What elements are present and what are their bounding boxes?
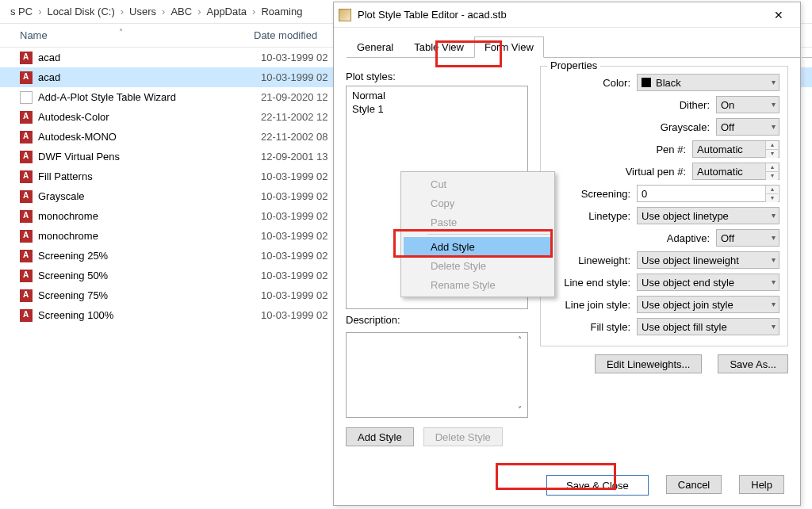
dither-combo[interactable]: On▾ <box>716 96 779 113</box>
tab-general[interactable]: General <box>347 36 404 58</box>
plot-style-file-icon <box>20 190 33 203</box>
adaptive-label: Adaptive: <box>549 232 716 244</box>
file-date: 12-09-2001 13 <box>261 151 328 163</box>
tab-form-view[interactable]: Form View <box>474 36 544 58</box>
ctx-rename-style: Rename Style <box>404 275 552 294</box>
vpen-spinner[interactable]: Automatic▴▾ <box>692 163 779 180</box>
wizard-icon <box>20 91 33 104</box>
endstyle-value: Use object end style <box>642 277 734 289</box>
save-as-button[interactable]: Save As... <box>718 354 788 373</box>
save-close-button[interactable]: Save & Close <box>546 475 649 496</box>
crumb[interactable]: s PC <box>8 6 35 17</box>
tab-table-view[interactable]: Table View <box>404 36 474 58</box>
column-header-name[interactable]: Name ˄ <box>0 29 254 41</box>
adaptive-combo[interactable]: Off▾ <box>716 229 779 247</box>
file-name: Autodesk-MONO <box>38 131 261 143</box>
chevron-right-icon: › <box>249 6 259 17</box>
chevron-down-icon: ▾ <box>772 100 776 109</box>
properties-pane: Properties Color: Black▾ Dither: On▾ Gra… <box>540 66 788 446</box>
spin-up-icon[interactable]: ▴ <box>765 186 778 193</box>
screening-spinner[interactable]: 0▴▾ <box>637 185 779 202</box>
endstyle-combo[interactable]: Use object end style▾ <box>637 274 779 291</box>
close-icon[interactable]: ✕ <box>762 4 795 26</box>
crumb[interactable]: ABC <box>168 6 194 17</box>
adaptive-value: Off <box>721 232 734 244</box>
plot-style-file-icon <box>20 52 33 64</box>
chevron-right-icon: › <box>159 6 168 17</box>
sort-ascending-icon: ˄ <box>119 28 123 36</box>
vpen-label: Virtual pen #: <box>549 166 692 178</box>
lineweight-value: Use object lineweight <box>642 254 739 266</box>
grayscale-combo[interactable]: Off▾ <box>716 118 779 136</box>
crumb[interactable]: Roaming <box>259 6 304 17</box>
properties-group-title: Properties <box>547 59 600 71</box>
black-swatch-icon <box>642 78 651 87</box>
file-date: 10-03-1999 02 <box>261 170 328 182</box>
screening-value: 0 <box>642 188 647 200</box>
help-button[interactable]: Help <box>739 475 784 494</box>
edit-lineweights-button[interactable]: Edit Lineweights... <box>595 354 703 373</box>
linetype-value: Use object linetype <box>642 210 729 222</box>
chevron-down-icon: ▾ <box>772 300 776 308</box>
plot-style-item[interactable]: Normal <box>350 89 523 102</box>
crumb[interactable]: Users <box>127 6 159 17</box>
linetype-combo[interactable]: Use object linetype▾ <box>637 207 779 224</box>
ctx-add-style[interactable]: Add Style <box>404 237 552 256</box>
chevron-down-icon: ▾ <box>772 78 776 86</box>
fillstyle-combo[interactable]: Use object fill style▾ <box>637 318 779 335</box>
crumb[interactable]: Local Disk (C:) <box>45 6 117 17</box>
linetype-label: Linetype: <box>549 210 637 222</box>
plot-styles-label: Plot styles: <box>346 71 528 82</box>
ctx-copy: Copy <box>404 193 552 212</box>
description-textarea[interactable]: ˄ ˅ <box>346 332 528 418</box>
app-icon <box>339 9 351 21</box>
grayscale-value: Off <box>721 121 734 133</box>
scroll-up-icon[interactable]: ˄ <box>514 335 526 346</box>
plot-style-file-icon <box>20 111 33 124</box>
lineweight-combo[interactable]: Use object lineweight▾ <box>637 251 779 269</box>
chevron-right-icon: › <box>35 6 44 17</box>
delete-style-button: Delete Style <box>423 427 503 446</box>
plot-style-file-icon <box>20 309 33 322</box>
file-date: 10-03-1999 02 <box>261 309 328 321</box>
spin-down-icon[interactable]: ▾ <box>765 171 778 180</box>
plot-style-file-icon <box>20 270 33 282</box>
col-name-label: Name <box>20 29 48 41</box>
add-style-button[interactable]: Add Style <box>346 427 414 446</box>
color-label: Color: <box>549 77 637 89</box>
spin-up-icon[interactable]: ▴ <box>765 163 778 171</box>
spin-up-icon[interactable]: ▴ <box>765 141 778 149</box>
file-date: 22-11-2002 12 <box>261 111 328 123</box>
file-date: 10-03-1999 02 <box>261 270 328 281</box>
description-label: Description: <box>346 314 528 326</box>
file-name: monochrome <box>38 230 261 242</box>
color-value: Black <box>656 77 681 89</box>
lineweight-label: Lineweight: <box>549 254 637 266</box>
plot-style-file-icon <box>20 210 33 223</box>
titlebar[interactable]: Plot Style Table Editor - acad.stb ✕ <box>334 2 800 28</box>
dialog-footer: Save & Close Cancel Help <box>546 475 784 496</box>
file-date: 22-11-2002 08 <box>261 131 328 143</box>
chevron-down-icon: ▾ <box>772 233 776 242</box>
joinstyle-combo[interactable]: Use object join style▾ <box>637 296 779 313</box>
file-date: 10-03-1999 02 <box>261 250 328 262</box>
fillstyle-label: Fill style: <box>549 321 637 333</box>
pen-spinner[interactable]: Automatic▴▾ <box>692 140 779 158</box>
plot-style-item[interactable]: Style 1 <box>350 102 523 116</box>
spin-down-icon[interactable]: ▾ <box>765 193 778 202</box>
color-combo[interactable]: Black▾ <box>637 74 779 91</box>
spin-down-icon[interactable]: ▾ <box>765 149 778 158</box>
file-date: 10-03-1999 02 <box>261 210 328 222</box>
file-date: 10-03-1999 02 <box>261 71 328 83</box>
vpen-value: Automatic <box>697 166 743 178</box>
dither-label: Dither: <box>549 99 716 111</box>
ctx-delete-style: Delete Style <box>404 256 552 275</box>
scroll-down-icon[interactable]: ˅ <box>514 404 526 415</box>
chevron-down-icon: ▾ <box>772 211 776 220</box>
cancel-button[interactable]: Cancel <box>666 475 722 494</box>
properties-group: Properties Color: Black▾ Dither: On▾ Gra… <box>540 66 788 346</box>
plot-style-file-icon <box>20 71 33 84</box>
joinstyle-value: Use object join style <box>642 299 733 311</box>
crumb[interactable]: AppData <box>204 6 249 17</box>
chevron-down-icon: ▾ <box>772 322 776 331</box>
